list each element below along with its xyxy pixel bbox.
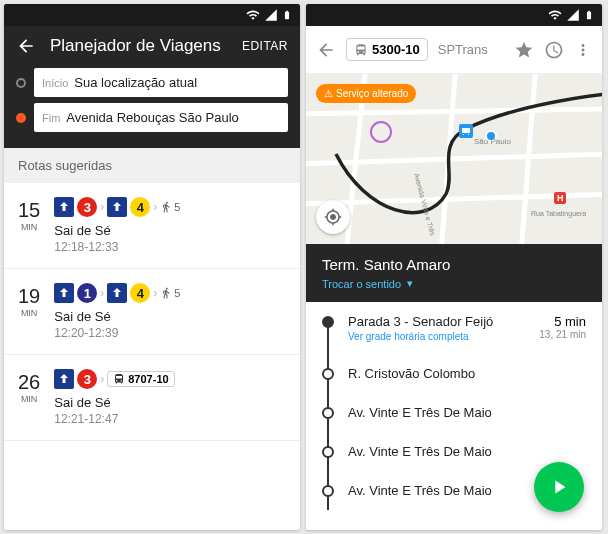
stop-dot-icon <box>322 316 334 328</box>
origin-dot-icon <box>16 78 26 88</box>
route-option[interactable]: 15MIN 3 › 4 › 5 Sai de Sé 12:18-12:33 <box>4 183 300 269</box>
destination-value: Avenida Rebouças São Paulo <box>66 110 239 125</box>
route-detail-screen: 5300-10 SPTrans H São Paulo Rua Tabating… <box>306 4 602 530</box>
chevron-icon: › <box>100 372 104 386</box>
stop-dot-icon <box>322 368 334 380</box>
stop-eta: 5 min <box>539 314 586 329</box>
status-bar <box>306 4 602 26</box>
stop-eta-next: 13, 21 min <box>539 329 586 340</box>
stop-dot-icon <box>322 407 334 419</box>
chevron-icon: › <box>100 200 104 214</box>
destination-label: Fim <box>42 112 60 124</box>
stop-name: Av. Vinte E Três De Maio <box>348 405 586 420</box>
origin-label: Início <box>42 77 68 89</box>
stop-name: Parada 3 - Senador Feijó <box>348 314 525 329</box>
svg-text:São Paulo: São Paulo <box>474 137 511 146</box>
swap-direction-button[interactable]: Trocar o sentido▾ <box>322 277 586 290</box>
locate-button[interactable] <box>316 200 350 234</box>
wifi-icon <box>548 8 562 22</box>
route-departure: Sai de Sé <box>54 395 286 410</box>
route-departure: Sai de Sé <box>54 223 286 238</box>
metro-icon <box>54 369 74 389</box>
dropdown-icon: ▾ <box>407 277 413 290</box>
metro-icon <box>54 283 74 303</box>
wifi-icon <box>246 8 260 22</box>
route-duration: 19 <box>18 285 40 308</box>
stop-name: R. Cristovão Colombo <box>348 366 586 381</box>
stop-item[interactable]: Parada 3 - Senador Feijó Ver grade horár… <box>322 302 586 354</box>
line-badge-4: 4 <box>130 197 150 217</box>
stop-name: Av. Vinte E Três De Maio <box>348 444 586 459</box>
route-option[interactable]: 26MIN 3 › 8707-10 Sai de Sé 12:21-12:47 <box>4 355 300 441</box>
operator-label: SPTrans <box>438 42 504 57</box>
route-duration: 26 <box>18 371 40 394</box>
origin-row[interactable]: Início Sua localização atual <box>16 68 288 97</box>
stop-dot-icon <box>322 485 334 497</box>
route-duration: 15 <box>18 199 40 222</box>
stop-item[interactable]: Av. Vinte E Três De Maio <box>322 393 586 432</box>
svg-text:Rua Tabatinguera: Rua Tabatinguera <box>531 210 586 218</box>
chevron-icon: › <box>100 286 104 300</box>
route-chip: 5300-10 <box>346 38 428 61</box>
metro-icon <box>54 197 74 217</box>
battery-icon <box>584 8 594 22</box>
signal-icon <box>264 8 278 22</box>
service-alert-badge[interactable]: ⚠Serviço alterado <box>316 84 416 103</box>
route-header: 5300-10 SPTrans <box>306 26 602 74</box>
terminal-header: Term. Santo Amaro Trocar o sentido▾ <box>306 244 602 302</box>
planner-header: Planejador de Viagens EDITAR Início Sua … <box>4 26 300 148</box>
play-fab[interactable] <box>534 462 584 512</box>
walk-segment: 5 <box>160 286 180 300</box>
more-icon[interactable] <box>574 41 592 59</box>
bus-badge: 8707-10 <box>107 371 174 387</box>
route-option[interactable]: 19MIN 1 › 4 › 5 Sai de Sé 12:20-12:39 <box>4 269 300 355</box>
schedule-link[interactable]: Ver grade horária completa <box>348 331 525 342</box>
destination-dot-icon <box>16 113 26 123</box>
route-map[interactable]: H São Paulo Rua Tabatinguera Avenida Vin… <box>306 74 602 244</box>
svg-text:H: H <box>557 193 564 203</box>
star-icon[interactable] <box>514 40 534 60</box>
back-icon[interactable] <box>16 36 36 56</box>
stop-item[interactable]: R. Cristovão Colombo <box>322 354 586 393</box>
battery-icon <box>282 8 292 22</box>
line-badge-3: 3 <box>77 369 97 389</box>
destination-row[interactable]: Fim Avenida Rebouças São Paulo <box>16 103 288 132</box>
route-timespan: 12:18-12:33 <box>54 240 286 254</box>
line-badge-3: 3 <box>77 197 97 217</box>
chevron-icon: › <box>153 200 157 214</box>
signal-icon <box>566 8 580 22</box>
status-bar <box>4 4 300 26</box>
route-timespan: 12:20-12:39 <box>54 326 286 340</box>
line-badge-1: 1 <box>77 283 97 303</box>
stop-dot-icon <box>322 446 334 458</box>
edit-button[interactable]: EDITAR <box>242 39 288 53</box>
walk-segment: 5 <box>160 200 180 214</box>
page-title: Planejador de Viagens <box>50 36 228 56</box>
clock-icon[interactable] <box>544 40 564 60</box>
terminal-name: Term. Santo Amaro <box>322 256 586 273</box>
origin-value: Sua localização atual <box>74 75 197 90</box>
route-departure: Sai de Sé <box>54 309 286 324</box>
route-timespan: 12:21-12:47 <box>54 412 286 426</box>
chevron-icon: › <box>153 286 157 300</box>
suggested-header: Rotas sugeridas <box>4 148 300 183</box>
trip-planner-screen: Planejador de Viagens EDITAR Início Sua … <box>4 4 300 530</box>
metro-icon <box>107 197 127 217</box>
line-badge-4: 4 <box>130 283 150 303</box>
metro-icon <box>107 283 127 303</box>
back-icon[interactable] <box>316 40 336 60</box>
